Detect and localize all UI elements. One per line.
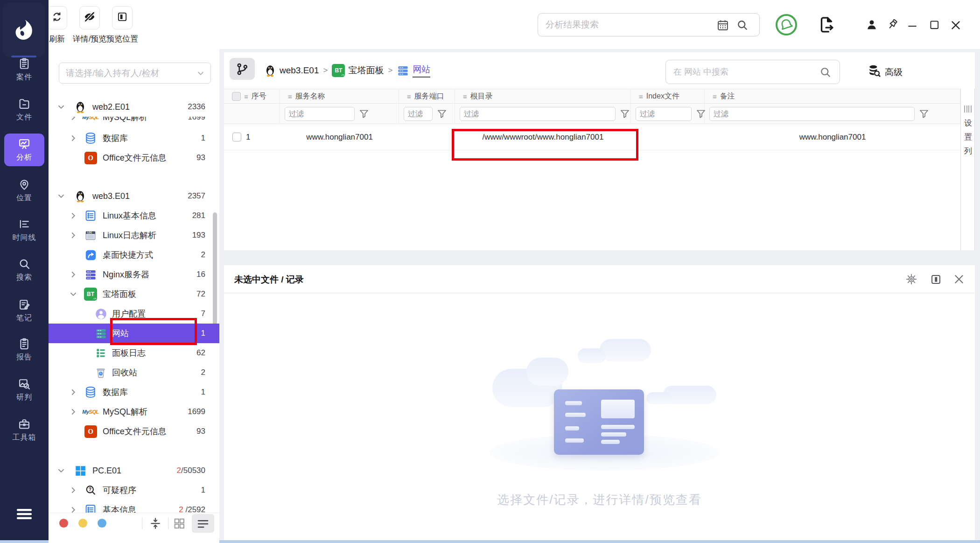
- search-icon[interactable]: [819, 66, 832, 79]
- chevron-down-icon[interactable]: [56, 191, 66, 201]
- tree-item-bt-panel[interactable]: BT.CN宝塔面板72: [49, 284, 219, 304]
- blue-tag-dot[interactable]: [98, 519, 106, 528]
- rail-item-case[interactable]: 案件: [4, 53, 44, 86]
- rail-item-judge[interactable]: 研判: [4, 374, 44, 406]
- chevron-right-icon[interactable]: [68, 387, 78, 397]
- chevron-right-icon[interactable]: [68, 133, 78, 143]
- chevron-down-icon[interactable]: [56, 465, 66, 476]
- tree-item-suspicious-programs[interactable]: ?可疑程序1: [49, 480, 219, 500]
- filter-input-index-file[interactable]: [636, 107, 692, 121]
- funnel-icon[interactable]: [918, 108, 930, 120]
- rail-item-label: 研判: [16, 393, 32, 402]
- table-row[interactable]: 1www.honglian7001/www/wwwroot/www.hongli…: [224, 124, 960, 150]
- cell-service-name: www.honglian7001: [280, 133, 399, 142]
- breadcrumb-item-3[interactable]: 网站: [397, 63, 430, 78]
- user-account-icon[interactable]: [865, 18, 879, 32]
- chevron-down-icon[interactable]: [68, 289, 78, 299]
- column-header-note[interactable]: ≡备注: [705, 89, 960, 103]
- tree-item-web2-e01[interactable]: web2.E012336: [49, 97, 219, 117]
- column-settings-tab[interactable]: 设置列: [960, 89, 975, 250]
- tree-item-desktop-shortcuts[interactable]: 桌面快捷方式2: [49, 245, 219, 265]
- tree-item-count: 281: [192, 211, 205, 220]
- export-icon[interactable]: [817, 15, 836, 35]
- close-button[interactable]: [949, 19, 962, 32]
- tree-item-panel-log[interactable]: 面板日志62: [49, 343, 219, 363]
- tree-item-user-config[interactable]: 用户配置7: [49, 304, 219, 324]
- funnel-icon[interactable]: [619, 108, 630, 120]
- report-icon: [18, 337, 31, 351]
- refresh-button[interactable]: [47, 6, 67, 29]
- global-search-input[interactable]: [546, 14, 709, 36]
- advanced-search-button[interactable]: 高级: [867, 63, 903, 81]
- rail-item-file[interactable]: 文件: [4, 93, 44, 126]
- chevron-right-icon[interactable]: [68, 230, 78, 240]
- column-header-service-name[interactable]: ≡服务名称: [280, 89, 399, 103]
- chevron-right-icon[interactable]: [68, 211, 78, 221]
- gear-icon[interactable]: [904, 272, 918, 286]
- rail-item-search[interactable]: 搜索: [4, 254, 44, 286]
- filter-input-note[interactable]: [709, 107, 915, 121]
- minimize-button[interactable]: [906, 20, 918, 32]
- detail-preview-label: 详情/预览: [73, 34, 107, 44]
- select-all-checkbox[interactable]: [232, 92, 241, 101]
- chevron-right-icon[interactable]: [68, 485, 78, 495]
- detail-preview-button[interactable]: [79, 6, 100, 29]
- column-drag-icon: ≡: [463, 92, 467, 100]
- rail-item-report[interactable]: 报告: [4, 333, 44, 366]
- yellow-tag-dot[interactable]: [78, 519, 87, 528]
- funnel-icon[interactable]: [358, 108, 370, 120]
- red-tag-dot[interactable]: [59, 519, 68, 528]
- filter-input-service-name[interactable]: [285, 107, 355, 121]
- tree-item-linux-log-parse[interactable]: LOGLinux日志解析193: [49, 226, 219, 245]
- chevron-down-icon[interactable]: [56, 102, 66, 112]
- tree-item-database-2[interactable]: 数据库1: [49, 382, 219, 402]
- rail-item-timeline[interactable]: 时间线: [4, 214, 44, 247]
- rail-menu-button[interactable]: [14, 507, 35, 521]
- column-header-seq[interactable]: ≡序号: [224, 89, 280, 103]
- breadcrumb-item-2[interactable]: BT.CN 宝塔面板: [332, 64, 384, 77]
- rail-item-analysis[interactable]: 分析: [4, 134, 44, 166]
- collapse-all-icon[interactable]: [148, 516, 162, 530]
- row-checkbox[interactable]: [232, 133, 241, 141]
- pin-icon[interactable]: [885, 18, 899, 32]
- notification-bell-icon[interactable]: [775, 14, 798, 36]
- chevron-right-icon[interactable]: [68, 269, 78, 280]
- tree-item-pc-e01[interactable]: PC.E012/50530: [49, 461, 219, 480]
- column-drag-icon: ≡: [407, 92, 411, 100]
- preview-position-button[interactable]: [112, 6, 133, 29]
- tree-item-linux-basic-info[interactable]: Linux基本信息281: [49, 206, 219, 226]
- rail-item-notes[interactable]: 笔记: [4, 294, 44, 327]
- tree-item-recycle-bin[interactable]: ↻回收站2: [49, 363, 219, 382]
- filter-input-service-port[interactable]: [404, 107, 433, 121]
- column-header-index-file[interactable]: ≡Index文件: [631, 89, 705, 103]
- tree-item-office-meta-2[interactable]: OOffice文件元信息93: [49, 422, 219, 441]
- filter-input-root-dir[interactable]: [460, 107, 616, 121]
- column-header-root-dir[interactable]: ≡根目录: [455, 89, 631, 103]
- rail-item-location[interactable]: 位置: [4, 174, 44, 207]
- holder-filter-select[interactable]: [59, 63, 211, 84]
- chevron-right-icon[interactable]: [68, 407, 78, 417]
- breadcrumb-item-1[interactable]: web3.E01: [264, 64, 319, 77]
- scoped-search-input[interactable]: [673, 60, 809, 84]
- tree-item-nginx-server[interactable]: Nginx服务器16: [49, 265, 219, 284]
- tree-item-website[interactable]: 网站1: [49, 324, 219, 343]
- column-label: 备注: [720, 92, 735, 101]
- calendar-icon[interactable]: [716, 19, 729, 32]
- rail-item-toolbox[interactable]: 工具箱: [4, 414, 44, 446]
- tree-item-database-1[interactable]: 数据库1: [49, 128, 219, 148]
- close-panel-icon[interactable]: [952, 272, 966, 286]
- column-header-service-port[interactable]: ≡服务端口: [399, 89, 455, 103]
- maximize-button[interactable]: [928, 19, 940, 31]
- panel-position-icon[interactable]: [929, 272, 943, 286]
- list-view-icon[interactable]: [196, 517, 210, 531]
- tree-item-office-meta-1[interactable]: OOffice文件元信息93: [49, 148, 219, 168]
- user-icon: [93, 306, 108, 321]
- tree-item-web3-e01[interactable]: web3.E012357: [49, 186, 219, 206]
- tree-scrollbar-thumb[interactable]: [213, 212, 217, 330]
- holder-filter-input[interactable]: [66, 63, 192, 83]
- grid-view-icon[interactable]: [173, 517, 186, 530]
- search-icon[interactable]: [736, 19, 749, 32]
- tree-item-mysql-parse-2[interactable]: MySQLMySQL解析1699: [49, 402, 219, 422]
- funnel-icon[interactable]: [436, 108, 448, 120]
- tree-mode-button[interactable]: [230, 58, 255, 80]
